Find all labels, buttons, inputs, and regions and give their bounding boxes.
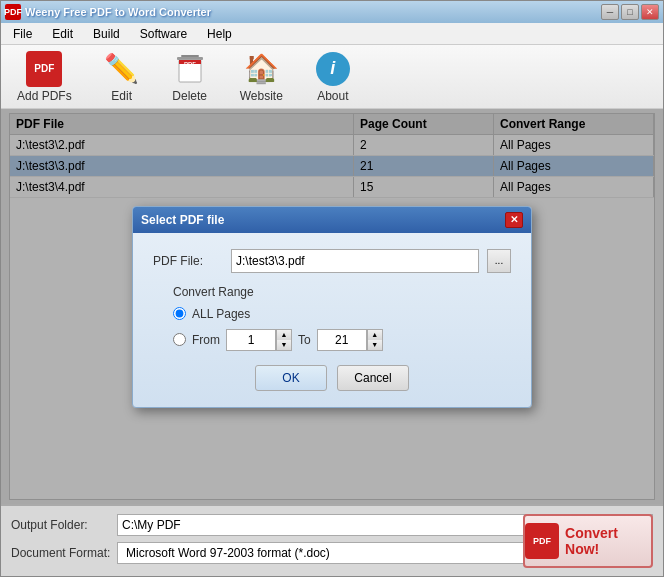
convert-now-button[interactable]: PDF Convert Now! [523,514,653,568]
menu-software[interactable]: Software [132,25,195,43]
dialog-content: PDF File: ... Convert Range ALL Pages Fr… [133,233,531,407]
cancel-button[interactable]: Cancel [337,365,409,391]
from-up-btn[interactable]: ▲ [277,330,291,340]
ok-button[interactable]: OK [255,365,327,391]
pdf-file-input[interactable] [231,249,479,273]
from-to-row: From ▲ ▼ To [173,329,511,351]
add-pdfs-label: Add PDFs [17,89,72,103]
titlebar: PDF Weeny Free PDF to Word Converter ─ □… [1,1,663,23]
minimize-button[interactable]: ─ [601,4,619,20]
website-button[interactable]: 🏠 Website [232,47,291,107]
delete-button[interactable]: PDF Delete [164,47,216,107]
all-pages-label: ALL Pages [192,307,250,321]
to-label: To [298,333,311,347]
menu-edit[interactable]: Edit [44,25,81,43]
dialog-close-button[interactable]: ✕ [505,212,523,228]
to-input[interactable] [317,329,367,351]
app-icon: PDF [5,4,21,20]
convert-range-title: Convert Range [173,285,511,299]
menubar: File Edit Build Software Help [1,23,663,45]
from-radio[interactable] [173,333,186,346]
titlebar-controls: ─ □ ✕ [601,4,659,20]
document-format-label: Document Format: [11,546,111,560]
pdf-file-row: PDF File: ... [153,249,511,273]
dialog-titlebar: Select PDF file ✕ [133,207,531,233]
delete-label: Delete [172,89,207,103]
dialog-buttons: OK Cancel [153,365,511,391]
convert-range-section: Convert Range ALL Pages From ▲ [173,285,511,351]
from-input[interactable] [226,329,276,351]
select-pdf-dialog: Select PDF file ✕ PDF File: ... Convert … [132,206,532,408]
add-pdfs-button[interactable]: pdf Add PDFs [9,47,80,107]
edit-button[interactable]: ✏️ Edit [96,47,148,107]
about-button[interactable]: i About [307,47,359,107]
all-pages-radio[interactable] [173,307,186,320]
house-icon: 🏠 [243,51,279,87]
convert-now-label: Convert Now! [565,525,651,557]
edit-label: Edit [111,89,132,103]
pencil-icon: ✏️ [104,51,140,87]
pdf-file-label: PDF File: [153,254,223,268]
info-icon: i [315,51,351,87]
titlebar-left: PDF Weeny Free PDF to Word Converter [5,4,211,20]
to-up-btn[interactable]: ▲ [368,330,382,340]
website-label: Website [240,89,283,103]
all-pages-row: ALL Pages [173,307,511,321]
to-spinner: ▲ ▼ [317,329,383,351]
to-down-btn[interactable]: ▼ [368,340,382,350]
add-pdfs-icon: pdf [26,51,62,87]
svg-text:PDF: PDF [184,61,196,67]
menu-file[interactable]: File [5,25,40,43]
toolbar: pdf Add PDFs ✏️ Edit PDF Delete [1,45,663,109]
delete-icon: PDF [172,51,208,87]
about-label: About [317,89,348,103]
maximize-button[interactable]: □ [621,4,639,20]
close-button[interactable]: ✕ [641,4,659,20]
from-spinner: ▲ ▼ [226,329,292,351]
dialog-title: Select PDF file [141,213,224,227]
from-label: From [192,333,220,347]
modal-overlay: Select PDF file ✕ PDF File: ... Convert … [1,109,663,504]
from-down-btn[interactable]: ▼ [277,340,291,350]
bottom-panel: Output Folder: ... Document Format: Micr… [1,504,663,576]
main-content: PDF File Page Count Convert Range J:\tes… [1,109,663,504]
menu-help[interactable]: Help [199,25,240,43]
output-folder-label: Output Folder: [11,518,111,532]
svg-rect-0 [181,55,199,57]
menu-build[interactable]: Build [85,25,128,43]
main-window: PDF Weeny Free PDF to Word Converter ─ □… [0,0,664,577]
pdf-browse-button[interactable]: ... [487,249,511,273]
convert-pdf-icon: PDF [525,523,559,559]
window-title: Weeny Free PDF to Word Converter [25,6,211,18]
